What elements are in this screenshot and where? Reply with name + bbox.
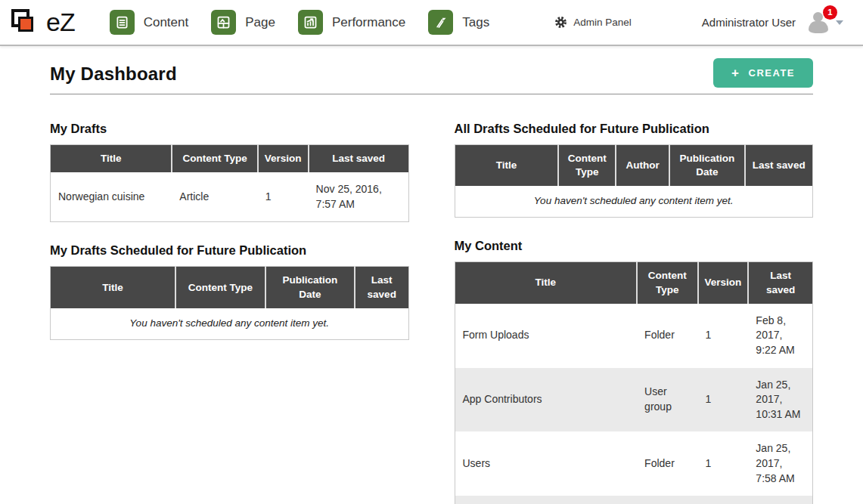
table-row[interactable]: App ContributorsUser group1Jan 25, 2017,… xyxy=(455,368,813,432)
plus-icon: + xyxy=(731,66,740,79)
table-cell: Norwegian cuisine xyxy=(51,172,172,222)
column-header: Version xyxy=(258,145,309,173)
section-heading: My Drafts xyxy=(50,122,409,136)
column-header: Content Type xyxy=(175,267,265,308)
avatar-body xyxy=(809,21,828,33)
empty-row: You haven't scheduled any content item y… xyxy=(51,308,409,339)
table-header-row: TitleContent TypeVersionLast saved xyxy=(51,145,409,173)
my-drafts-table: TitleContent TypeVersionLast savedNorweg… xyxy=(50,144,409,222)
create-button[interactable]: + CREATE xyxy=(713,58,813,88)
table-cell: Nov 25, 2016, 7:57 AM xyxy=(309,172,408,222)
table-cell: User group xyxy=(637,368,697,432)
nav-label: Performance xyxy=(332,15,405,30)
section-heading: All Drafts Scheduled for Future Publicat… xyxy=(455,122,814,136)
table-cell: 1 xyxy=(698,431,749,496)
nav-item-tags[interactable]: Tags xyxy=(428,10,489,35)
my-drafts-scheduled-section: My Drafts Scheduled for Future Publicati… xyxy=(50,243,409,339)
ez-logo[interactable]: eZ xyxy=(11,7,75,39)
tags-icon xyxy=(428,10,453,35)
table-cell: Folder xyxy=(637,496,697,504)
my-content-section: My Content TitleContent TypeVersionLast … xyxy=(455,239,814,504)
table-cell: App Contributors xyxy=(455,368,637,432)
nav-label: Content xyxy=(144,15,189,30)
table-row[interactable]: AppFolder1Jan 25, 2017, 7:55 AM xyxy=(455,496,813,504)
table-header-row: TitleContent TypeVersionLast saved xyxy=(455,262,813,304)
empty-message: You haven't scheduled any content item y… xyxy=(455,186,813,217)
right-column: All Drafts Scheduled for Future Publicat… xyxy=(455,100,814,504)
nav-label: Page xyxy=(245,15,275,30)
chevron-down-icon xyxy=(836,20,843,25)
page-header: My Dashboard + CREATE xyxy=(50,46,813,94)
table-cell: Feb 8, 2017, 9:22 AM xyxy=(748,304,812,368)
empty-message: You haven't scheduled any content item y… xyxy=(51,308,409,339)
column-header: Version xyxy=(698,262,749,304)
column-header: Publication Date xyxy=(265,267,355,308)
user-menu[interactable]: Administrator User 1 xyxy=(702,11,843,35)
column-header: Last saved xyxy=(309,145,408,173)
column-header: Title xyxy=(51,145,172,173)
table-row[interactable]: Norwegian cuisineArticle1Nov 25, 2016, 7… xyxy=(51,172,409,222)
table-cell: App xyxy=(455,496,637,504)
column-header: Last saved xyxy=(748,262,812,304)
table-cell: Folder xyxy=(637,431,697,496)
table-cell: Jan 25, 2017, 10:31 AM xyxy=(748,368,812,432)
table-cell: Users xyxy=(455,431,637,496)
logo-text: eZ xyxy=(46,8,75,37)
table-cell: Article xyxy=(172,172,258,222)
column-header: Last saved xyxy=(355,267,408,308)
section-heading: My Content xyxy=(455,239,814,253)
admin-panel-button[interactable]: Admin Panel xyxy=(554,16,632,29)
column-header: Content Type xyxy=(637,262,697,304)
column-header: Title xyxy=(455,145,558,187)
nav-item-page[interactable]: Page xyxy=(211,10,275,35)
content-icon xyxy=(110,10,135,35)
create-button-label: CREATE xyxy=(749,67,795,79)
all-drafts-scheduled-table: TitleContent TypeAuthorPublication DateL… xyxy=(455,144,814,218)
user-name: Administrator User xyxy=(702,16,796,29)
table-cell: 1 xyxy=(258,172,309,222)
nav-label: Tags xyxy=(462,15,489,30)
column-header: Title xyxy=(51,267,176,308)
performance-icon xyxy=(298,10,323,35)
avatar: 1 xyxy=(806,11,830,35)
page-icon xyxy=(211,10,236,35)
table-cell: 1 xyxy=(698,496,749,504)
my-drafts-scheduled-table: TitleContent TypePublication DateLast sa… xyxy=(50,266,409,339)
left-column: My Drafts TitleContent TypeVersionLast s… xyxy=(50,100,409,504)
table-header-row: TitleContent TypePublication DateLast sa… xyxy=(51,267,409,308)
empty-row: You haven't scheduled any content item y… xyxy=(455,186,813,217)
main-nav: Content Page xyxy=(110,10,490,35)
table-cell: 1 xyxy=(698,368,749,432)
topbar: eZ Content Pa xyxy=(0,0,863,46)
admin-panel-label: Admin Panel xyxy=(573,17,632,28)
all-drafts-scheduled-section: All Drafts Scheduled for Future Publicat… xyxy=(455,122,814,218)
logo-orange-square xyxy=(18,17,33,32)
gear-icon xyxy=(554,16,567,29)
page-title: My Dashboard xyxy=(50,63,177,85)
nav-item-content[interactable]: Content xyxy=(110,10,189,35)
table-header-row: TitleContent TypeAuthorPublication DateL… xyxy=(455,145,813,187)
column-header: Title xyxy=(455,262,637,304)
column-header: Last saved xyxy=(745,145,813,187)
section-heading: My Drafts Scheduled for Future Publicati… xyxy=(50,243,409,258)
column-header: Publication Date xyxy=(669,145,744,187)
my-content-table: TitleContent TypeVersionLast savedForm U… xyxy=(455,261,814,504)
avatar-head xyxy=(813,12,823,22)
column-header: Author xyxy=(616,145,669,187)
notification-badge: 1 xyxy=(823,5,837,20)
table-row[interactable]: Form UploadsFolder1Feb 8, 2017, 9:22 AM xyxy=(455,304,813,368)
column-header: Content Type xyxy=(172,145,258,173)
table-row[interactable]: UsersFolder1Jan 25, 2017, 7:58 AM xyxy=(455,431,813,496)
table-cell: Jan 25, 2017, 7:58 AM xyxy=(748,431,812,496)
dashboard-columns: My Drafts TitleContent TypeVersionLast s… xyxy=(50,100,813,504)
my-drafts-section: My Drafts TitleContent TypeVersionLast s… xyxy=(50,122,409,222)
column-header: Content Type xyxy=(558,145,616,187)
table-cell: Folder xyxy=(637,304,697,368)
table-cell: Jan 25, 2017, 7:55 AM xyxy=(748,496,812,504)
table-cell: 1 xyxy=(698,304,749,368)
table-cell: Form Uploads xyxy=(455,304,637,368)
nav-item-performance[interactable]: Performance xyxy=(298,10,405,35)
dashboard-page: My Dashboard + CREATE My Drafts TitleCon… xyxy=(0,46,863,504)
ez-logo-icon xyxy=(11,7,45,39)
